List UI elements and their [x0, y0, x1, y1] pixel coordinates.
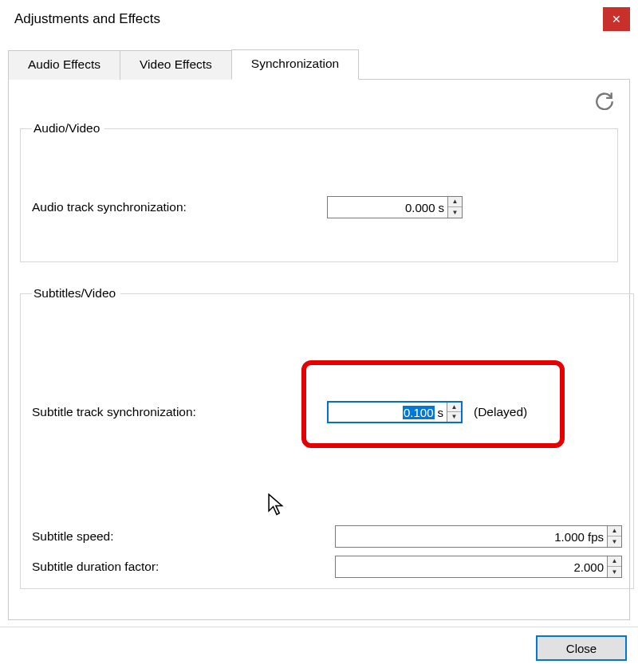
- spinner-down-icon[interactable]: ▼: [608, 567, 621, 577]
- group-subtitles-video: Subtitles/Video Subtitle track synchroni…: [20, 286, 634, 589]
- tab-synchronization[interactable]: Synchronization: [231, 49, 359, 80]
- spinner-down-icon[interactable]: ▼: [608, 536, 621, 547]
- row-subtitle-track-sync: Subtitle track synchronization: 0.100 s …: [32, 401, 622, 423]
- spinner-unit: s: [437, 197, 448, 218]
- row-subtitle-duration: Subtitle duration factor: 2.000 ▲ ▼: [32, 556, 622, 578]
- spinner-unit: s: [436, 403, 447, 422]
- label-audio-track-sync: Audio track synchronization:: [32, 200, 327, 214]
- spinner-up-icon[interactable]: ▲: [448, 197, 462, 207]
- tab-bar: Audio Effects Video Effects Synchronizat…: [8, 49, 630, 80]
- reset-icon[interactable]: [594, 89, 615, 110]
- dialog-footer: Close: [0, 627, 638, 661]
- tab-video-effects[interactable]: Video Effects: [120, 50, 232, 80]
- status-delayed: (Delayed): [474, 405, 527, 419]
- spinner-down-icon[interactable]: ▼: [447, 412, 461, 422]
- title-bar: Adjustments and Effects ✕: [0, 0, 638, 39]
- label-subtitle-track-sync: Subtitle track synchronization:: [32, 405, 327, 419]
- close-button[interactable]: Close: [536, 635, 627, 661]
- legend-subtitles-video: Subtitles/Video: [32, 286, 120, 301]
- spinner-buttons: ▲ ▼: [607, 526, 621, 547]
- spinner-down-icon[interactable]: ▼: [448, 207, 462, 218]
- window-title: Adjustments and Effects: [14, 11, 160, 27]
- legend-audio-video: Audio/Video: [32, 121, 104, 136]
- tab-audio-effects[interactable]: Audio Effects: [8, 50, 120, 80]
- spinner-value[interactable]: 2.000: [336, 556, 607, 577]
- spinner-audio-track-sync[interactable]: 0.000 s ▲ ▼: [327, 196, 463, 218]
- row-subtitle-speed: Subtitle speed: 1.000 fps ▲ ▼: [32, 525, 622, 548]
- spinner-value[interactable]: 0.100: [329, 403, 436, 422]
- label-subtitle-speed: Subtitle speed:: [32, 529, 335, 544]
- spinner-up-icon[interactable]: ▲: [608, 556, 621, 567]
- spinner-up-icon[interactable]: ▲: [447, 403, 461, 412]
- spinner-subtitle-speed[interactable]: 1.000 fps ▲ ▼: [335, 525, 622, 548]
- spinner-buttons: ▲ ▼: [447, 403, 461, 422]
- spinner-buttons: ▲ ▼: [607, 556, 621, 577]
- row-audio-track-sync: Audio track synchronization: 0.000 s ▲ ▼: [32, 196, 606, 218]
- spinner-subtitle-duration[interactable]: 2.000 ▲ ▼: [335, 556, 622, 578]
- window-close-button[interactable]: ✕: [603, 7, 630, 31]
- spinner-subtitle-track-sync[interactable]: 0.100 s ▲ ▼: [327, 401, 463, 423]
- cursor-icon: [268, 493, 286, 516]
- spinner-value[interactable]: 0.000: [328, 197, 437, 218]
- group-audio-video: Audio/Video Audio track synchronization:…: [20, 121, 618, 262]
- spinner-buttons: ▲ ▼: [447, 197, 462, 218]
- spinner-value[interactable]: 1.000 fps: [336, 526, 607, 547]
- label-subtitle-duration: Subtitle duration factor:: [32, 560, 335, 574]
- sync-panel: Audio/Video Audio track synchronization:…: [8, 80, 630, 620]
- spinner-up-icon[interactable]: ▲: [608, 526, 621, 536]
